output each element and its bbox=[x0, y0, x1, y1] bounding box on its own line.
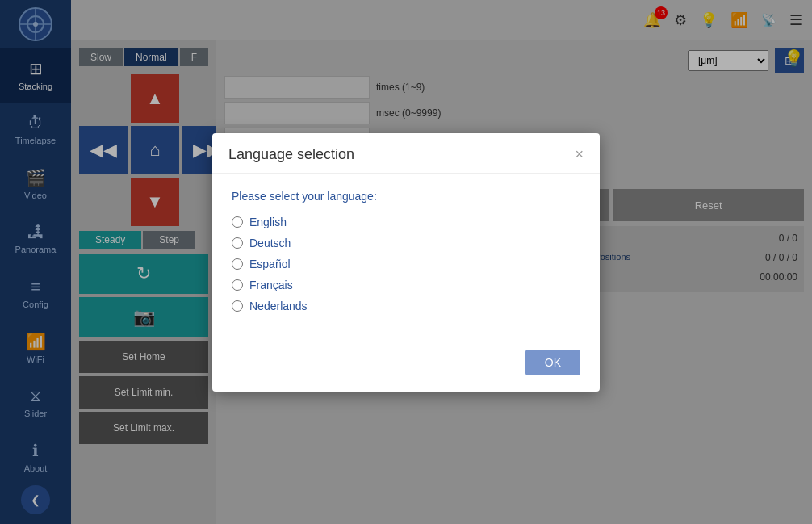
lang-option-english[interactable]: English bbox=[232, 216, 580, 228]
lang-option-deutsch[interactable]: Deutsch bbox=[232, 237, 580, 249]
modal-title: Language selection bbox=[228, 146, 354, 163]
lang-label-francais: Français bbox=[249, 279, 293, 291]
modal-overlay: Language selection × Please select your … bbox=[0, 0, 812, 524]
lang-label-english: English bbox=[249, 216, 287, 228]
lang-radio-nederlands[interactable] bbox=[232, 300, 243, 312]
lang-label-nederlands: Nederlands bbox=[249, 300, 308, 312]
lang-option-francais[interactable]: Français bbox=[232, 279, 580, 291]
ok-button[interactable]: OK bbox=[525, 350, 580, 375]
lang-radio-deutsch[interactable] bbox=[232, 237, 243, 249]
modal-footer: OK bbox=[212, 337, 600, 388]
lang-label-espanol: Español bbox=[249, 258, 291, 270]
modal-body: Please select your language: English Deu… bbox=[212, 174, 600, 337]
modal-prompt: Please select your language: bbox=[232, 190, 580, 203]
lang-radio-francais[interactable] bbox=[232, 279, 243, 291]
lang-option-nederlands[interactable]: Nederlands bbox=[232, 300, 580, 312]
modal-close-button[interactable]: × bbox=[575, 147, 584, 161]
language-modal: Language selection × Please select your … bbox=[212, 133, 600, 392]
lang-option-espanol[interactable]: Español bbox=[232, 258, 580, 270]
lang-radio-espanol[interactable] bbox=[232, 258, 243, 270]
lang-radio-english[interactable] bbox=[232, 216, 243, 228]
lang-label-deutsch: Deutsch bbox=[249, 237, 291, 249]
modal-header: Language selection × bbox=[212, 133, 600, 174]
